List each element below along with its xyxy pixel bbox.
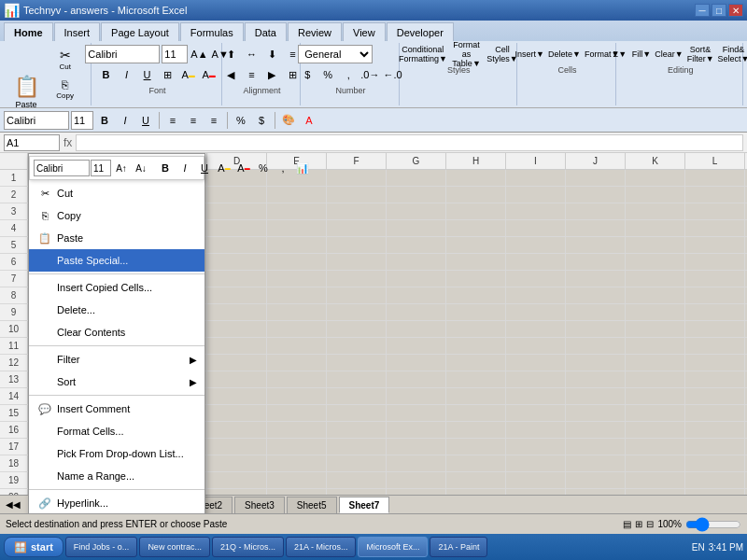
row-header-18[interactable]: 18	[0, 455, 28, 471]
title-controls[interactable]: ─ □ ✕	[695, 4, 743, 17]
cell-I7[interactable]	[506, 271, 566, 287]
sort-filter-btn[interactable]: Sort&Filter▼	[686, 45, 715, 63]
cell-L18[interactable]	[685, 455, 745, 471]
cell-H17[interactable]	[446, 439, 506, 455]
ctx-insert-copied[interactable]: Insert Copied Cells...	[29, 276, 204, 299]
taskbar-21a-paint[interactable]: 21A - Paint	[430, 537, 487, 557]
cell-E3[interactable]	[267, 203, 327, 219]
cell-J7[interactable]	[566, 271, 626, 287]
align-center-btn[interactable]: ≡	[242, 65, 261, 84]
mini-font-color[interactable]: A	[300, 111, 318, 130]
font-color-btn[interactable]: A▬	[200, 65, 218, 84]
cell-D4[interactable]	[207, 220, 267, 236]
cell-H4[interactable]	[446, 220, 506, 236]
cell-G4[interactable]	[387, 220, 446, 236]
cell-E8[interactable]	[267, 287, 327, 303]
sheet-scroll-left[interactable]: ◀◀	[4, 495, 22, 513]
mini-tb-underline[interactable]: U	[195, 160, 214, 176]
cell-D18[interactable]	[207, 455, 267, 471]
col-K[interactable]: K	[626, 153, 685, 169]
fill-btn[interactable]: Fill▼	[631, 45, 652, 63]
col-L[interactable]: L	[685, 153, 745, 169]
tab-page-layout[interactable]: Page Layout	[101, 22, 179, 41]
cell-styles-btn[interactable]: CellStyles▼	[487, 45, 517, 63]
view-normal-btn[interactable]: ▤	[623, 519, 631, 529]
start-button[interactable]: 🪟 start	[4, 537, 63, 557]
cell-F6[interactable]	[327, 254, 387, 270]
cell-J4[interactable]	[566, 220, 626, 236]
ctx-hyperlink[interactable]: 🔗 Hyperlink...	[29, 492, 204, 513]
cell-K12[interactable]	[626, 355, 685, 371]
cell-F4[interactable]	[327, 220, 387, 236]
cell-E7[interactable]	[267, 271, 327, 287]
cell-G15[interactable]	[387, 405, 446, 421]
cell-H3[interactable]	[446, 203, 506, 219]
cell-F8[interactable]	[327, 287, 387, 303]
mini-tb-grow[interactable]: A↑	[112, 160, 131, 176]
cell-J16[interactable]	[566, 422, 626, 438]
cell-F11[interactable]	[327, 338, 387, 354]
cell-H16[interactable]	[446, 422, 506, 438]
taskbar-find-jobs[interactable]: Find Jobs - o...	[65, 537, 138, 557]
insert-cells-btn[interactable]: Insert▼	[514, 45, 545, 63]
mini-tb-font-color[interactable]: A▬	[234, 160, 253, 176]
tab-data[interactable]: Data	[245, 22, 287, 41]
cell-K9[interactable]	[626, 304, 685, 320]
cell-D5[interactable]	[207, 237, 267, 253]
cell-D16[interactable]	[207, 422, 267, 438]
mini-bold[interactable]: B	[95, 111, 114, 130]
row-header-19[interactable]: 19	[0, 472, 28, 488]
tab-developer[interactable]: Developer	[387, 22, 454, 41]
cell-D7[interactable]	[207, 271, 267, 287]
cell-J3[interactable]	[566, 203, 626, 219]
cell-F13[interactable]	[327, 371, 387, 387]
align-top-btn[interactable]: ⬆	[221, 45, 240, 63]
cell-I4[interactable]	[506, 220, 566, 236]
cell-K2[interactable]	[626, 187, 685, 203]
col-G[interactable]: G	[387, 153, 446, 169]
cell-D17[interactable]	[207, 439, 267, 455]
cell-D12[interactable]	[207, 355, 267, 371]
cell-I11[interactable]	[506, 338, 566, 354]
formula-input[interactable]	[76, 134, 743, 151]
cell-E4[interactable]	[267, 220, 327, 236]
cell-G19[interactable]	[387, 472, 446, 488]
row-header-7[interactable]: 7	[0, 271, 28, 287]
row-header-13[interactable]: 13	[0, 371, 28, 387]
col-F[interactable]: F	[327, 153, 387, 169]
taskbar-new-contrac[interactable]: New contrac...	[139, 537, 210, 557]
cell-L3[interactable]	[685, 203, 745, 219]
mini-font-name[interactable]	[4, 111, 69, 130]
cell-I10[interactable]	[506, 321, 566, 337]
font-name-input[interactable]	[85, 45, 160, 63]
cell-H2[interactable]	[446, 187, 506, 203]
tab-review[interactable]: Review	[288, 22, 342, 41]
cell-D2[interactable]	[207, 187, 267, 203]
cell-J11[interactable]	[566, 338, 626, 354]
cell-F14[interactable]	[327, 388, 387, 404]
row-header-8[interactable]: 8	[0, 287, 28, 303]
cell-J14[interactable]	[566, 388, 626, 404]
cell-K5[interactable]	[626, 237, 685, 253]
cell-J15[interactable]	[566, 405, 626, 421]
cell-K7[interactable]	[626, 271, 685, 287]
cell-G18[interactable]	[387, 455, 446, 471]
cell-E13[interactable]	[267, 371, 327, 387]
mini-tb-size[interactable]	[91, 160, 111, 176]
cell-H8[interactable]	[446, 287, 506, 303]
cell-K8[interactable]	[626, 287, 685, 303]
cell-G14[interactable]	[387, 388, 446, 404]
tab-home[interactable]: Home	[4, 22, 53, 41]
tab-formulas[interactable]: Formulas	[180, 22, 244, 41]
cell-I18[interactable]	[506, 455, 566, 471]
align-bottom-btn[interactable]: ⬇	[262, 45, 281, 63]
cell-K18[interactable]	[626, 455, 685, 471]
cell-L13[interactable]	[685, 371, 745, 387]
row-header-10[interactable]: 10	[0, 321, 28, 337]
cell-K10[interactable]	[626, 321, 685, 337]
cell-D3[interactable]	[207, 203, 267, 219]
cell-J2[interactable]	[566, 187, 626, 203]
cell-K13[interactable]	[626, 371, 685, 387]
cell-I5[interactable]	[506, 237, 566, 253]
align-middle-btn[interactable]: ↔	[242, 45, 261, 63]
